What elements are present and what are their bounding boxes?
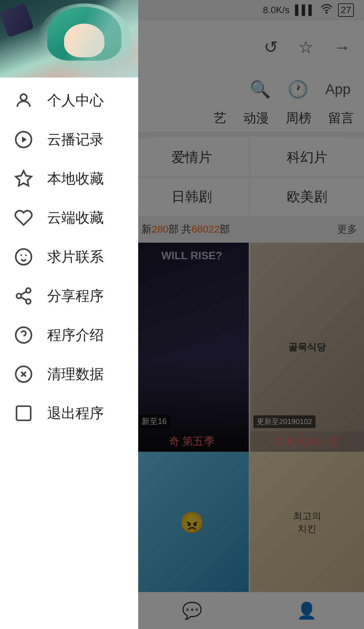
sidebar-item-profile[interactable]: 个人中心 [0,81,138,120]
sidebar-label-local-favorites: 本地收藏 [47,169,104,188]
x-circle-icon [13,364,34,384]
star-icon [13,169,34,189]
svg-point-1 [21,94,27,100]
person-icon [13,90,34,111]
hero-face [64,24,104,57]
sidebar-label-profile: 个人中心 [47,91,104,110]
sidebar-label-share: 分享程序 [47,287,104,305]
svg-point-6 [21,254,22,256]
sidebar-item-cloud-favorites[interactable]: 云端收藏 [0,198,138,237]
hero-decoration [0,3,34,38]
sidebar-label-about: 程序介绍 [47,326,104,345]
sidebar-item-share[interactable]: 分享程序 [0,276,138,316]
sidebar-menu: 个人中心 云播记录 本地收藏 云端收藏 [0,0,138,629]
sidebar-label-exit: 退出程序 [47,404,104,423]
hero-hair [47,7,121,61]
hero-character [37,3,131,78]
svg-marker-3 [22,137,27,143]
sidebar-label-history: 云播记录 [47,130,104,149]
sidebar-label-clear: 清理数据 [47,365,104,384]
question-icon [13,325,34,345]
svg-rect-18 [17,406,31,420]
svg-point-7 [25,254,27,256]
sidebar-item-about[interactable]: 程序介绍 [0,316,138,355]
svg-line-11 [21,297,26,300]
svg-line-12 [21,292,26,295]
svg-point-10 [26,299,31,304]
sidebar-hero [0,0,138,78]
sidebar-label-request: 求片联系 [47,247,104,266]
heart-icon [13,208,34,228]
svg-point-9 [17,294,21,298]
sidebar-item-exit[interactable]: 退出程序 [0,394,138,433]
play-circle-icon [13,129,34,150]
svg-point-8 [26,288,31,293]
share-icon [13,286,34,306]
svg-marker-4 [16,171,32,186]
svg-point-5 [16,249,32,265]
emoji-icon [13,247,34,267]
square-icon [13,403,34,423]
sidebar-item-request[interactable]: 求片联系 [0,237,138,276]
sidebar-item-history[interactable]: 云播记录 [0,120,138,159]
sidebar-menu-list: 个人中心 云播记录 本地收藏 云端收藏 [0,78,138,629]
sidebar-item-local-favorites[interactable]: 本地收藏 [0,159,138,198]
sidebar-label-cloud-favorites: 云端收藏 [47,208,104,227]
sidebar-item-clear[interactable]: 清理数据 [0,355,138,394]
